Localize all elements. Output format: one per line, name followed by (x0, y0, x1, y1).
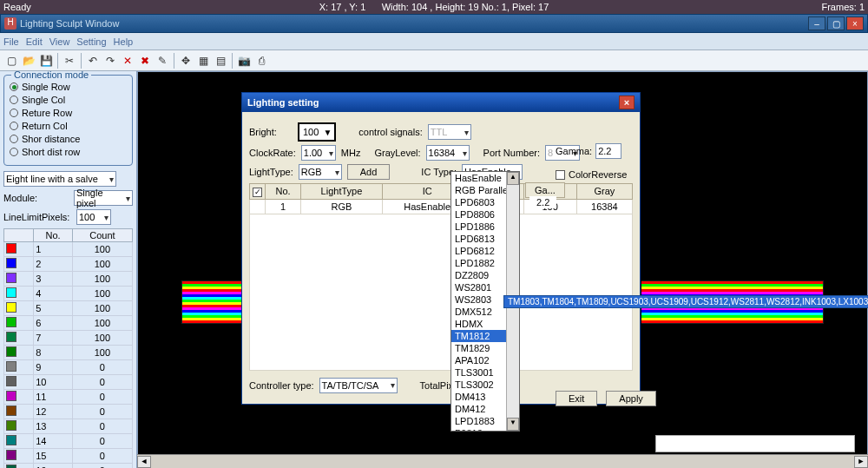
port-row[interactable]: 90 (4, 360, 133, 375)
gamma-cell: 2.2 (529, 196, 556, 208)
side-panel: Connection mode Single Row Single Col Re… (0, 71, 137, 468)
radio-single-row[interactable]: Single Row (10, 82, 127, 92)
port-row[interactable]: 150 (4, 449, 133, 464)
port-row[interactable]: 130 (4, 419, 133, 434)
port-row[interactable]: 2100 (4, 257, 133, 272)
radio-single-col[interactable]: Single Col (10, 95, 127, 105)
dialog-titlebar[interactable]: Lighting setting × (242, 93, 640, 112)
undo-icon[interactable]: ↶ (85, 53, 101, 69)
port-table: No.Count 1100210031004100510061007100810… (3, 228, 133, 468)
open-icon[interactable]: 📂 (21, 53, 36, 69)
lighting-setting-dialog: Lighting setting × Bright: 100 control s… (241, 92, 641, 405)
status-bar-top: Ready X: 17 , Y: 1 Width: 104 , Height: … (0, 0, 868, 14)
gamma-label: Gamma: (556, 146, 592, 156)
status-ready: Ready (3, 2, 31, 12)
footer-box (655, 435, 855, 452)
move-icon[interactable]: ✥ (178, 53, 194, 69)
port-row[interactable]: 140 (4, 434, 133, 449)
radio-short-dist-row[interactable]: Short dist row (10, 147, 127, 157)
module-label: Module: (3, 193, 70, 203)
lighttype-select[interactable]: RGB (299, 164, 342, 180)
portnumber-label: Port Number: (483, 148, 540, 158)
menu-file[interactable]: File (3, 36, 19, 47)
menu-edit[interactable]: Edit (26, 36, 43, 47)
control-signals-label: control signals: (358, 127, 422, 137)
radio-reture-row[interactable]: Reture Row (10, 108, 127, 118)
dialog-close-button[interactable]: × (619, 96, 635, 109)
port-row[interactable]: 110 (4, 390, 133, 405)
grid2-icon[interactable]: ▤ (213, 53, 228, 69)
grid-row[interactable]: 1RGBHasEnable 1.0010016384 (250, 199, 633, 214)
port-row[interactable]: 8100 (4, 346, 133, 360)
connection-mode-group: Connection mode Single Row Single Col Re… (3, 75, 133, 166)
clockrate-label: ClockRate: (249, 148, 296, 158)
exit-button[interactable]: Exit (556, 391, 597, 406)
connection-mode-legend: Connection mode (11, 71, 91, 80)
horizontal-scrollbar[interactable]: ◄ ► (137, 454, 868, 468)
export-icon[interactable]: ⎙ (253, 53, 269, 69)
line-mode-select[interactable]: Eight line with a salve (3, 171, 116, 187)
clockrate-select[interactable]: 1.00 (301, 145, 336, 161)
port-row[interactable]: 6100 (4, 316, 133, 331)
menu-view[interactable]: View (49, 36, 70, 47)
port-row[interactable]: 100 (4, 375, 133, 390)
close-button[interactable]: × (846, 16, 864, 30)
new-icon[interactable]: ▢ (3, 53, 19, 69)
port-row[interactable]: 7100 (4, 331, 133, 346)
mhz-label: MHz (341, 148, 361, 158)
window-titlebar: H Lighting Sculpt Window – ▢ × (0, 14, 868, 33)
wand-icon[interactable]: ✎ (155, 53, 170, 69)
ic-tooltip: TM1803,TM1804,TM1809,UCS1903,UCS1909,UCS… (503, 295, 868, 308)
menu-bar: File Edit View Setting Help (0, 33, 868, 50)
status-dims: Width: 104 , Height: 19 No.: 1, Pixel: 1… (382, 2, 549, 12)
cut-icon[interactable]: ✂ (62, 53, 77, 69)
port-row[interactable]: 120 (4, 405, 133, 419)
light-grid: ✓ No.LightTypeIC ClockBrightGray 1RGBHas… (249, 183, 633, 371)
status-coords: X: 17 , Y: 1 (319, 2, 366, 12)
graylevel-label: GrayLevel: (374, 148, 420, 158)
delete-icon[interactable]: ✕ (120, 53, 135, 69)
colorreverse-checkbox[interactable] (556, 170, 565, 180)
bright-label: Bright: (249, 127, 293, 137)
apply-button[interactable]: Apply (606, 391, 656, 406)
save-icon[interactable]: 💾 (38, 53, 54, 69)
colorreverse-label: ColorReverse (569, 169, 627, 180)
grid-icon[interactable]: ▦ (195, 53, 211, 69)
module-select[interactable]: Single pixel (74, 190, 133, 206)
controller-type-select[interactable]: TA/TB/TC/SA (319, 378, 398, 393)
toolbar: ▢ 📂 💾 ✂ ↶ ↷ ✕ ✖ ✎ ✥ ▦ ▤ 📷 ⎙ (0, 50, 868, 71)
port-row[interactable]: 3100 (4, 272, 133, 287)
graylevel-select[interactable]: 16384 (426, 145, 470, 161)
radio-return-col[interactable]: Return Col (10, 121, 127, 131)
close-icon[interactable]: ✖ (137, 53, 153, 69)
port-row[interactable]: 4100 (4, 287, 133, 301)
lighttype-label: LightType: (249, 167, 293, 177)
gamma-input[interactable]: 2.2 (595, 143, 621, 159)
port-row[interactable]: 5100 (4, 301, 133, 316)
linelimit-label: LineLimitPixels: (3, 212, 73, 222)
bright-select[interactable]: 100 (298, 122, 336, 142)
scroll-left-icon[interactable]: ◄ (137, 456, 151, 468)
status-frames: Frames: 1 (821, 2, 865, 12)
controller-type-label: Controller type: (249, 380, 314, 391)
window-title: Lighting Sculpt Window (20, 18, 119, 29)
dialog-title: Lighting setting (247, 97, 319, 108)
grid-check-all[interactable]: ✓ (253, 188, 262, 197)
redo-icon[interactable]: ↷ (102, 53, 118, 69)
linelimit-select[interactable]: 100 (76, 209, 111, 225)
maximize-button[interactable]: ▢ (827, 16, 845, 30)
port-row[interactable]: 1100 (4, 242, 133, 257)
add-button[interactable]: Add (347, 164, 391, 180)
menu-help[interactable]: Help (114, 36, 134, 47)
minimize-button[interactable]: – (808, 16, 825, 30)
control-signals-select[interactable]: TTL (428, 124, 471, 140)
port-row[interactable]: 160 (4, 464, 133, 469)
radio-shor-distance[interactable]: Shor distance (10, 134, 127, 144)
scroll-right-icon[interactable]: ► (854, 456, 868, 468)
camera-icon[interactable]: 📷 (236, 53, 252, 69)
app-icon: H (4, 17, 16, 30)
menu-setting[interactable]: Setting (76, 36, 106, 47)
